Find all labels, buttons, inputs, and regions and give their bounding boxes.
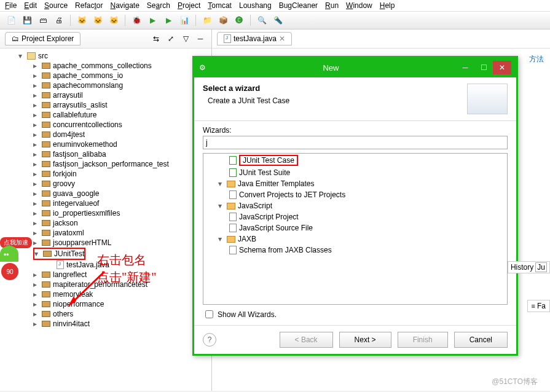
package-icon: [42, 102, 50, 108]
link-icon[interactable]: ⤢: [165, 33, 177, 45]
new-class-icon[interactable]: 🅒: [233, 14, 245, 26]
wizard-jet-folder[interactable]: ▾Java Emitter Templates: [203, 178, 507, 189]
tree-package[interactable]: ▸apache_commons_io: [0, 71, 211, 80]
tree-package[interactable]: ▸dom4jtest: [0, 130, 211, 139]
next-button[interactable]: Next >: [339, 332, 391, 348]
wizard-list[interactable]: JUnit Test Case JUnit Test Suite ▾Java E…: [203, 153, 508, 305]
close-button[interactable]: ✕: [493, 61, 511, 74]
tree-package[interactable]: ▸arraysutils_aslist: [0, 100, 211, 110]
open-type-icon[interactable]: 🔍: [256, 14, 268, 26]
help-button[interactable]: ?: [203, 333, 216, 347]
editor-tab[interactable]: testJava.java ✕: [217, 32, 292, 45]
tree-src[interactable]: ▾src: [0, 51, 211, 61]
menu-loushang[interactable]: Loushang: [239, 1, 272, 10]
saveall-icon[interactable]: 🗃: [37, 14, 49, 26]
tree-package[interactable]: ▸memoryleak: [0, 289, 211, 299]
wizard-subtitle: Create a JUnit Test Case: [203, 96, 467, 105]
dialog-titlebar[interactable]: ⚙ New ─ ☐ ✕: [194, 58, 516, 77]
menu-bugcleaner[interactable]: BugCleaner: [279, 1, 318, 10]
menu-refactor[interactable]: Refactor: [75, 1, 103, 10]
tree-package[interactable]: ▸groovy: [0, 179, 211, 189]
tree-package[interactable]: ▸io_propertiesxmlfiles: [0, 208, 211, 218]
package-icon: [42, 190, 50, 197]
menu-edit[interactable]: Edit: [24, 1, 37, 10]
tree-package[interactable]: ▸integervalueof: [0, 198, 211, 208]
tree-package[interactable]: ▸ninvin4itact: [0, 319, 211, 329]
run-last-icon[interactable]: ▶: [162, 14, 175, 26]
run-icon[interactable]: ▶: [146, 14, 159, 26]
wizard-js-folder[interactable]: ▾JavaScript: [203, 200, 507, 211]
tree-package[interactable]: ▸javatoxml: [0, 228, 211, 238]
menu-run[interactable]: Run: [325, 1, 339, 10]
toolbar: 📄 💾 🗃 🖨 🐱 🐱 🐱 🐞 ▶ ▶ 📊 📁 📦 🅒 🔍 🔦: [0, 12, 550, 29]
wizard-junit-suite[interactable]: JUnit Test Suite: [203, 167, 507, 178]
tree-package[interactable]: ▸apache_commons_collections: [0, 61, 211, 71]
tree-package[interactable]: ▸forkjoin: [0, 169, 211, 179]
menu-window[interactable]: Window: [346, 1, 372, 10]
tree-junit-test[interactable]: ▾JUnitTest: [33, 248, 85, 260]
package-icon: [42, 141, 50, 147]
menu-file[interactable]: FFileile: [5, 1, 17, 10]
menu-project[interactable]: Project: [178, 1, 200, 10]
wizard-jaxb-folder[interactable]: ▾JAXB: [203, 233, 507, 245]
tree-package[interactable]: ▸guava_google: [0, 189, 211, 198]
tree-testjava[interactable]: testJava.java: [0, 260, 211, 270]
debug-icon[interactable]: 🐞: [130, 14, 143, 26]
tree-package[interactable]: ▸fastjson_jackson_performance_test: [0, 159, 211, 169]
tree-package[interactable]: ▸nioperformance: [0, 299, 211, 309]
search-icon[interactable]: 🔦: [272, 14, 284, 26]
menu-navigate[interactable]: Navigate: [110, 1, 139, 10]
project-tree[interactable]: ▾src ▸apache_commons_collections▸apache_…: [0, 49, 211, 391]
tree-package[interactable]: ▸fastjson_alibaba: [0, 149, 211, 159]
tree-package[interactable]: ▸callablefuture: [0, 110, 211, 120]
save-icon[interactable]: 💾: [21, 14, 33, 26]
minimize-button[interactable]: ─: [456, 61, 474, 74]
tomcat-icon[interactable]: 🐱: [76, 14, 88, 26]
package-icon: [43, 251, 52, 257]
tree-package[interactable]: ▸jackson: [0, 218, 211, 228]
close-tab-icon[interactable]: ✕: [279, 34, 285, 43]
cancel-button[interactable]: Cancel: [454, 332, 508, 348]
wizard-filter-input[interactable]: [203, 136, 508, 149]
file-icon: [229, 213, 237, 221]
minimize-icon[interactable]: ─: [194, 33, 206, 45]
wizard-jet-convert[interactable]: Convert Projects to JET Projects: [203, 189, 507, 200]
new-folder-icon[interactable]: 📁: [201, 14, 213, 26]
wizard-js-project[interactable]: JavaScript Project: [203, 211, 507, 222]
menu-source[interactable]: Source: [44, 1, 68, 10]
menu-dropdown-icon[interactable]: ▽: [179, 33, 192, 45]
explorer-icon: 🗂: [12, 34, 19, 43]
package-icon: [42, 210, 50, 216]
tomcat-restart-icon[interactable]: 🐱: [108, 14, 120, 26]
explorer-tab[interactable]: 🗂 Project Explorer: [5, 32, 81, 45]
coverage-icon[interactable]: 📊: [178, 14, 191, 26]
tree-package[interactable]: ▸arraysutil: [0, 90, 211, 100]
tree-package[interactable]: ▸others: [0, 309, 211, 319]
menu-help[interactable]: Help: [380, 1, 395, 10]
watermark: @51CTO博客: [492, 377, 538, 387]
java-file-icon: [57, 261, 64, 269]
tree-package[interactable]: ▸langreflect: [0, 270, 211, 280]
menu-tomcat[interactable]: Tomcat: [208, 1, 232, 10]
tree-package[interactable]: ▸concurrentcollections: [0, 120, 211, 130]
collapse-icon[interactable]: ⇆: [150, 33, 162, 45]
wizard-junit-testcase[interactable]: JUnit Test Case: [203, 154, 507, 167]
new-package-icon[interactable]: 📦: [217, 14, 229, 26]
new-icon[interactable]: 📄: [5, 14, 17, 26]
tomcat-stop-icon[interactable]: 🐱: [92, 14, 104, 26]
menu-search[interactable]: Search: [147, 1, 170, 10]
package-icon: [42, 311, 50, 317]
side-tab-history[interactable]: History Ju: [508, 261, 550, 273]
back-button: < Back: [280, 332, 333, 348]
mascot-icon[interactable]: •• 90: [0, 246, 25, 276]
tree-package[interactable]: ▸enuminvokemethod: [0, 139, 211, 149]
tree-package[interactable]: ▸apachecommonslang: [0, 80, 211, 90]
wizard-js-source[interactable]: JavaScript Source File: [203, 222, 507, 233]
print-icon[interactable]: 🖨: [53, 14, 65, 26]
wizard-jaxb-schema[interactable]: Schema from JAXB Classes: [203, 245, 507, 256]
maximize-button[interactable]: ☐: [474, 61, 493, 74]
show-all-checkbox[interactable]: [205, 310, 213, 318]
side-tab-fa[interactable]: ≡ Fa: [527, 300, 551, 312]
explorer-title: Project Explorer: [22, 34, 74, 43]
tree-package[interactable]: ▸mapiterator_performancetest: [0, 280, 211, 289]
